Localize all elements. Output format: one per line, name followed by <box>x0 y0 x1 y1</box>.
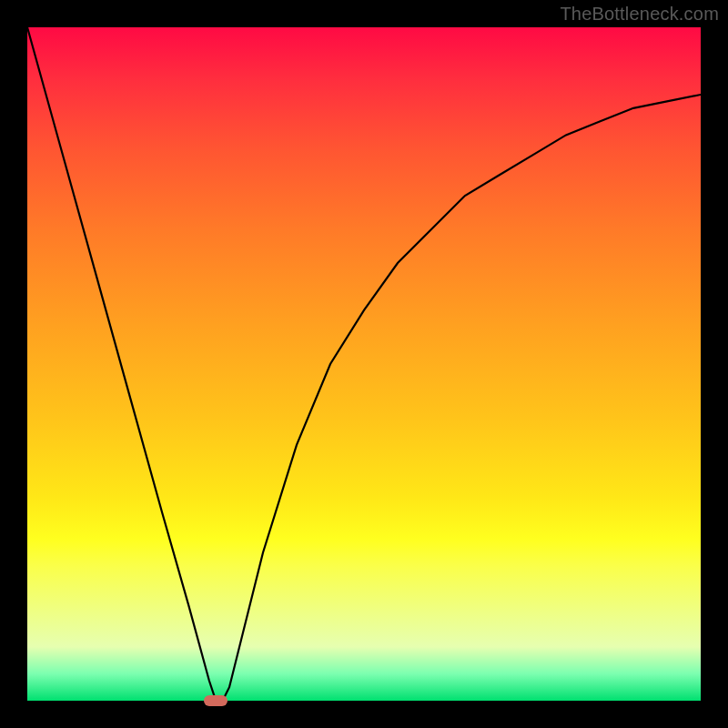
curve-line <box>27 27 701 701</box>
plot-area <box>27 27 701 701</box>
watermark-text: TheBottleneck.com <box>560 4 719 25</box>
optimal-marker <box>204 695 228 706</box>
chart-frame: TheBottleneck.com <box>0 0 728 728</box>
bottleneck-curve <box>27 27 701 701</box>
